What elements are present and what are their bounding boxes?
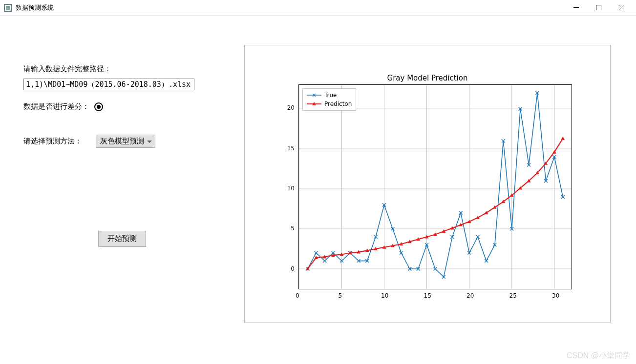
ytick-label: 5 (291, 225, 295, 232)
method-value: 灰色模型预测 (100, 137, 144, 145)
xtick-label: 5 (339, 292, 342, 299)
form-panel: 请输入数据文件完整路径： 数据是否进行差分： 请选择预测方法： 灰色模型预测 开… (0, 16, 244, 364)
chart-container: Gray Model Prediction True Predicton 051… (244, 45, 611, 323)
xtick-label: 15 (424, 292, 431, 299)
diff-radio[interactable] (94, 102, 103, 111)
minimize-button[interactable] (565, 0, 587, 15)
method-label: 请选择预测方法： (23, 137, 82, 146)
predict-button[interactable]: 开始预测 (98, 231, 146, 247)
window-titlebar: 数据预测系统 (0, 0, 636, 16)
chart-legend: True Predicton (302, 88, 356, 111)
path-input[interactable] (23, 79, 194, 90)
legend-true-label: True (324, 92, 337, 99)
ytick-label: 20 (287, 104, 295, 111)
svg-rect-1 (596, 5, 601, 10)
close-button[interactable] (610, 0, 632, 15)
diff-label: 数据是否进行差分： (23, 102, 89, 111)
legend-prediction: Predicton (307, 100, 352, 108)
window-title: 数据预测系统 (16, 3, 54, 12)
xtick-label: 20 (466, 292, 474, 299)
chart-plot (298, 84, 572, 289)
svg-marker-120 (561, 137, 565, 140)
xtick-label: 0 (296, 292, 299, 299)
maximize-button[interactable] (587, 0, 610, 15)
xtick-label: 10 (381, 292, 388, 299)
app-icon (4, 4, 12, 12)
path-label: 请输入数据文件完整路径： (23, 64, 111, 74)
chart-panel: Gray Model Prediction True Predicton 051… (244, 16, 636, 364)
legend-prediction-label: Predicton (324, 101, 352, 107)
xtick-label: 25 (509, 292, 517, 299)
ytick-label: 0 (291, 265, 295, 272)
chart-title: Gray Model Prediction (245, 74, 610, 82)
watermark: CSDN @小堂同学 (567, 351, 630, 361)
xtick-label: 30 (552, 292, 559, 299)
main-content: 请输入数据文件完整路径： 数据是否进行差分： 请选择预测方法： 灰色模型预测 开… (0, 16, 636, 364)
ytick-label: 15 (287, 145, 295, 152)
method-combobox[interactable]: 灰色模型预测 (96, 135, 155, 148)
ytick-label: 10 (287, 185, 295, 192)
window-controls (565, 0, 632, 15)
legend-true: True (307, 91, 352, 100)
